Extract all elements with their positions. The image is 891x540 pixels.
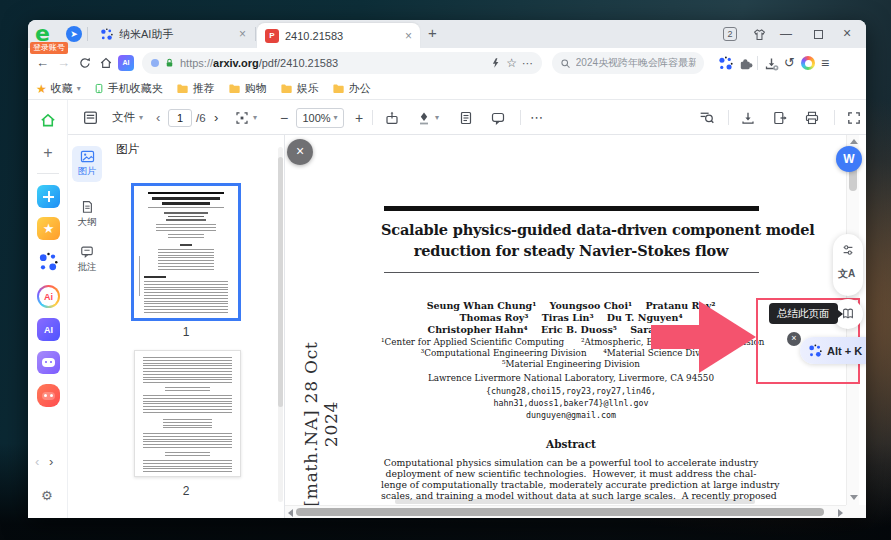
nano-ai-icon[interactable] xyxy=(718,56,733,71)
file-menu[interactable]: 文件 ▾ xyxy=(112,100,143,135)
rail-app-robot-icon[interactable] xyxy=(37,351,60,374)
fullscreen-button[interactable] xyxy=(846,100,862,135)
arxiv-stamp: [math.NA] 28 Oct 2024 xyxy=(301,319,341,518)
menu-icon[interactable]: ≡ xyxy=(821,55,829,71)
rail-app-ai-icon[interactable]: AI xyxy=(37,318,60,341)
login-badge[interactable]: 登录账号 xyxy=(30,42,68,54)
browser-protect-icon[interactable]: ➤ xyxy=(66,26,82,42)
scroll-up-arrow[interactable] xyxy=(850,139,858,144)
download-button[interactable] xyxy=(740,100,756,135)
zoom-in-button[interactable]: + xyxy=(355,100,363,135)
downloads-icon[interactable] xyxy=(764,56,780,72)
bookmark-label: 购物 xyxy=(245,81,267,96)
url-field[interactable]: https://arxiv.org/pdf/2410.21583 ☆ ⋯ xyxy=(142,52,542,74)
bookmark-folder-yule[interactable]: 娱乐 xyxy=(280,81,319,96)
print-button[interactable] xyxy=(804,100,820,135)
find-in-document-button[interactable] xyxy=(698,100,715,135)
tab-images[interactable]: 图片 xyxy=(72,146,102,182)
home-icon[interactable] xyxy=(99,56,113,70)
minimize-button[interactable]: — xyxy=(780,27,792,41)
new-tab-button[interactable]: + xyxy=(428,24,437,41)
tab-outline[interactable]: 大纲 xyxy=(72,196,102,232)
tab-label: 大纲 xyxy=(78,216,97,229)
bookmark-favorites[interactable]: ★ 收藏 ▾ xyxy=(36,81,81,96)
scroll-down-arrow[interactable] xyxy=(850,495,858,500)
comment-icon xyxy=(490,110,506,126)
rail-nano-ai-icon[interactable] xyxy=(38,252,58,272)
highlight-tool-button[interactable]: ▾ xyxy=(416,100,439,135)
bookmark-folder-tuijian[interactable]: 推荐 xyxy=(176,81,215,96)
more-tools-button[interactable]: ⋯ xyxy=(530,100,544,135)
site-dot-icon xyxy=(151,59,159,67)
word-convert-button[interactable]: W xyxy=(836,146,862,172)
close-window-button[interactable]: × xyxy=(843,25,851,41)
prev-page-button[interactable]: ‹ xyxy=(156,100,160,135)
maximize-button[interactable] xyxy=(814,30,823,39)
bookmark-folder-bangong[interactable]: 办公 xyxy=(332,81,371,96)
extensions-puzzle-icon[interactable] xyxy=(738,56,753,71)
rail-app-favorites-icon[interactable]: ★ xyxy=(37,217,60,240)
restore-session-icon[interactable]: ↺ xyxy=(784,55,795,70)
close-panel-button[interactable]: × xyxy=(287,139,313,165)
tab-bar: e ➤ 纳米AI助手 × P 2410.21583 × + 2 — × 登录账号 xyxy=(28,20,866,48)
abstract-line: Computational physics simulation can be … xyxy=(381,457,761,468)
chevron-down-icon: ▾ xyxy=(139,113,143,122)
rail-app-ai-search-icon[interactable]: Ai xyxy=(37,285,60,308)
scroll-right-arrow[interactable] xyxy=(838,509,843,517)
rail-app-clip-icon[interactable] xyxy=(37,185,60,208)
nano-ai-icon xyxy=(100,28,113,41)
rail-add-button[interactable]: + xyxy=(36,144,60,162)
bookmark-folder-gouwu[interactable]: 购物 xyxy=(228,81,267,96)
more-url-actions-icon[interactable]: ⋯ xyxy=(522,57,533,70)
page-total-label: /6 xyxy=(196,100,206,135)
tab-count-badge[interactable]: 2 xyxy=(723,27,737,41)
pop-out-button[interactable] xyxy=(384,100,400,135)
translate-icon[interactable]: 文A xyxy=(838,267,855,281)
zoom-out-button[interactable]: − xyxy=(280,100,288,135)
reload-icon[interactable] xyxy=(78,56,92,70)
rail-expand-icon[interactable]: › xyxy=(49,454,53,469)
ai-circle-glyph: Ai xyxy=(39,287,58,306)
divider xyxy=(834,110,835,125)
scrollbar-thumb[interactable] xyxy=(296,508,824,516)
divider xyxy=(87,27,88,41)
annotation-icon xyxy=(80,245,94,259)
home-green-icon[interactable] xyxy=(39,111,57,129)
rail-collapse-icon[interactable]: ‹ xyxy=(35,454,39,469)
bookmark-phone-folder[interactable]: 手机收藏夹 xyxy=(94,81,163,96)
back-button[interactable]: ← xyxy=(36,55,49,70)
ai-shortcut-pill[interactable]: Alt + K xyxy=(800,337,866,364)
next-page-button[interactable]: › xyxy=(214,100,218,135)
browser-wheel-icon[interactable] xyxy=(801,56,815,70)
thumbnails-toggle-button[interactable] xyxy=(82,100,99,135)
comment-button[interactable] xyxy=(490,100,506,135)
ai-address-icon[interactable]: AI xyxy=(118,55,134,71)
save-as-button[interactable] xyxy=(772,100,788,135)
bookmark-star-icon[interactable]: ☆ xyxy=(506,56,517,70)
page-number-input[interactable] xyxy=(168,109,192,127)
zoom-level-select[interactable]: 100%▾ xyxy=(296,100,344,135)
page-thumbnail-1[interactable] xyxy=(131,183,241,321)
tab-close-icon[interactable]: × xyxy=(405,29,412,43)
desktop: e ➤ 纳米AI助手 × P 2410.21583 × + 2 — × 登录账号 xyxy=(0,0,891,540)
tab-pdf-active[interactable]: P 2410.21583 × xyxy=(257,23,420,48)
lightning-icon[interactable] xyxy=(490,57,501,69)
notes-button[interactable] xyxy=(458,100,474,135)
tab-annotations[interactable]: 批注 xyxy=(72,241,102,277)
thumbnails-scrollbar[interactable] xyxy=(278,147,283,502)
page-thumbnail-2[interactable] xyxy=(134,350,241,477)
adjust-sliders-icon[interactable] xyxy=(841,243,855,257)
scroll-left-arrow[interactable] xyxy=(288,509,293,517)
tab-close-icon[interactable]: × xyxy=(239,27,246,41)
theme-skin-icon[interactable] xyxy=(752,28,767,42)
tab-nano-ai[interactable]: 纳米AI助手 × xyxy=(92,20,254,48)
settings-gear-icon[interactable]: ⚙ xyxy=(41,488,53,503)
page-fit-button[interactable]: ▾ xyxy=(234,100,257,135)
bookmark-label: 娱乐 xyxy=(297,81,319,96)
dismiss-assistant-button[interactable]: × xyxy=(787,332,801,346)
search-box[interactable]: 2024央视跨年晚会阵容最新 xyxy=(552,52,704,74)
page-number-field[interactable] xyxy=(168,100,192,135)
rail-app-game-icon[interactable] xyxy=(37,384,60,407)
horizontal-scrollbar[interactable] xyxy=(285,505,846,518)
forward-button[interactable]: → xyxy=(57,55,70,70)
